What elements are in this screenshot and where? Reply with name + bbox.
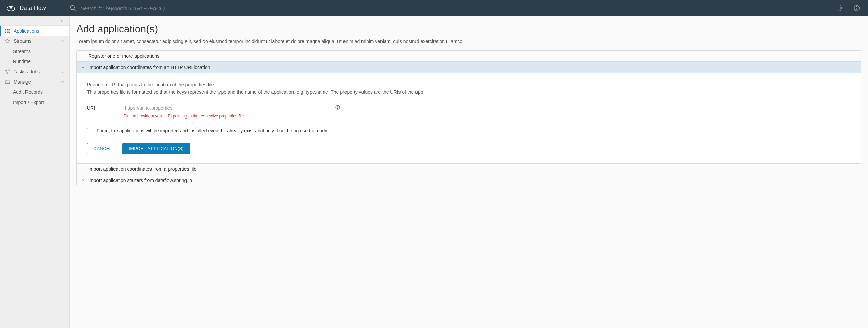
svg-rect-9 bbox=[9, 29, 10, 30]
settings-button[interactable] bbox=[834, 0, 847, 16]
svg-point-22 bbox=[337, 108, 338, 109]
header-actions bbox=[834, 0, 868, 16]
global-search[interactable] bbox=[70, 5, 834, 12]
force-checkbox[interactable] bbox=[87, 128, 92, 133]
page-title: Add application(s) bbox=[76, 23, 861, 35]
chevron-right-icon bbox=[60, 70, 65, 74]
svg-rect-13 bbox=[5, 32, 6, 33]
sidebar-collapse-button[interactable] bbox=[0, 16, 69, 26]
chevron-down-icon bbox=[81, 65, 85, 69]
svg-rect-7 bbox=[5, 29, 6, 30]
svg-rect-10 bbox=[5, 31, 6, 32]
chevron-right-icon bbox=[81, 54, 85, 58]
svg-rect-12 bbox=[9, 31, 10, 32]
sidebar: Applications Streams Streams Runtime bbox=[0, 16, 70, 328]
svg-line-2 bbox=[74, 9, 76, 11]
accordion-properties-file[interactable]: Import application coordinates from a pr… bbox=[77, 163, 861, 175]
sidebar-item-manage[interactable]: Manage bbox=[0, 77, 69, 87]
uri-input[interactable] bbox=[124, 104, 341, 112]
sidebar-item-label: Streams bbox=[14, 38, 31, 44]
brand-title: Data Flow bbox=[20, 5, 46, 12]
divider bbox=[849, 3, 849, 13]
uri-row: URI Please provide a valid URI pointing … bbox=[87, 104, 851, 119]
svg-point-3 bbox=[840, 7, 842, 9]
sidebar-item-tasks[interactable]: Tasks / Jobs bbox=[0, 67, 69, 77]
svg-point-1 bbox=[71, 6, 75, 10]
hint-line: Provide a URI that points to the locatio… bbox=[87, 81, 851, 89]
brand-logo-icon bbox=[6, 5, 16, 12]
hint-line: This properties file is formatted so tha… bbox=[87, 89, 851, 96]
force-row: Force, the applications will be imported… bbox=[87, 128, 851, 133]
svg-rect-11 bbox=[7, 31, 8, 32]
sidebar-item-streams-sub[interactable]: Streams bbox=[0, 46, 69, 56]
error-icon bbox=[335, 105, 340, 110]
sidebar-item-audit[interactable]: Audit Records bbox=[0, 87, 69, 97]
info-icon bbox=[853, 5, 860, 12]
sidebar-item-label: Audit Records bbox=[13, 89, 43, 95]
chevron-down-icon bbox=[60, 80, 65, 84]
sidebar-item-label: Applications bbox=[14, 28, 39, 34]
http-uri-panel: Provide a URI that points to the locatio… bbox=[77, 73, 861, 163]
uri-hint: Provide a URI that points to the locatio… bbox=[87, 81, 851, 96]
uri-label: URI bbox=[87, 104, 124, 111]
accordion-register[interactable]: Register one or more applications bbox=[77, 51, 861, 61]
briefcase-icon bbox=[5, 79, 10, 85]
search-icon bbox=[70, 5, 76, 12]
main-content: Add application(s) Lorem ipsum dolor sit… bbox=[70, 16, 868, 328]
info-button[interactable] bbox=[850, 0, 863, 16]
sidebar-item-label: Runtime bbox=[13, 59, 31, 64]
uri-field-wrapper: Please provide a valid URI pointing to t… bbox=[124, 104, 341, 119]
svg-point-6 bbox=[856, 7, 857, 7]
accordion-title: Register one or more applications bbox=[88, 53, 159, 59]
cancel-button[interactable]: Cancel bbox=[87, 143, 118, 154]
sidebar-item-label: Tasks / Jobs bbox=[14, 69, 40, 74]
tasks-icon bbox=[5, 69, 10, 74]
chevron-double-left-icon bbox=[60, 19, 65, 23]
accordion-title: Import application coordinates from a pr… bbox=[88, 166, 196, 172]
force-label: Force, the applications will be imported… bbox=[96, 128, 328, 133]
sidebar-item-streams[interactable]: Streams bbox=[0, 36, 69, 46]
svg-point-18 bbox=[7, 72, 8, 74]
sidebar-item-applications[interactable]: Applications bbox=[0, 26, 69, 36]
accordion-title: Import application starters from dataflo… bbox=[88, 178, 192, 183]
page-description: Lorem ipsum dolor sit amet, consectetur … bbox=[76, 39, 861, 44]
svg-rect-19 bbox=[5, 81, 10, 83]
search-input[interactable] bbox=[81, 5, 250, 11]
form-actions: Cancel Import Application(s) bbox=[87, 143, 851, 154]
add-app-accordion: Register one or more applications Import… bbox=[76, 50, 861, 186]
accordion-http-uri[interactable]: Import application coordinates from an H… bbox=[77, 61, 861, 73]
chevron-right-icon bbox=[81, 167, 85, 171]
chevron-right-icon bbox=[81, 178, 85, 182]
app-header: Data Flow bbox=[0, 0, 868, 16]
uri-error-text: Please provide a valid URI pointing to t… bbox=[124, 114, 341, 119]
svg-rect-15 bbox=[9, 32, 10, 33]
accordion-title: Import application coordinates from an H… bbox=[88, 65, 210, 70]
cloud-icon bbox=[5, 38, 10, 44]
import-button[interactable]: Import Application(s) bbox=[122, 143, 190, 154]
apps-icon bbox=[5, 28, 10, 34]
accordion-starters[interactable]: Import application starters from dataflo… bbox=[77, 175, 861, 186]
brand: Data Flow bbox=[0, 5, 70, 12]
gear-icon bbox=[837, 5, 844, 12]
svg-rect-8 bbox=[7, 29, 8, 30]
sidebar-item-import-export[interactable]: Import / Export bbox=[0, 97, 69, 107]
chevron-down-icon bbox=[60, 39, 65, 43]
sidebar-item-label: Import / Export bbox=[13, 99, 44, 105]
svg-rect-14 bbox=[7, 32, 8, 33]
sidebar-item-label: Manage bbox=[14, 79, 31, 85]
sidebar-item-label: Streams bbox=[13, 49, 31, 54]
sidebar-item-runtime[interactable]: Runtime bbox=[0, 56, 69, 67]
